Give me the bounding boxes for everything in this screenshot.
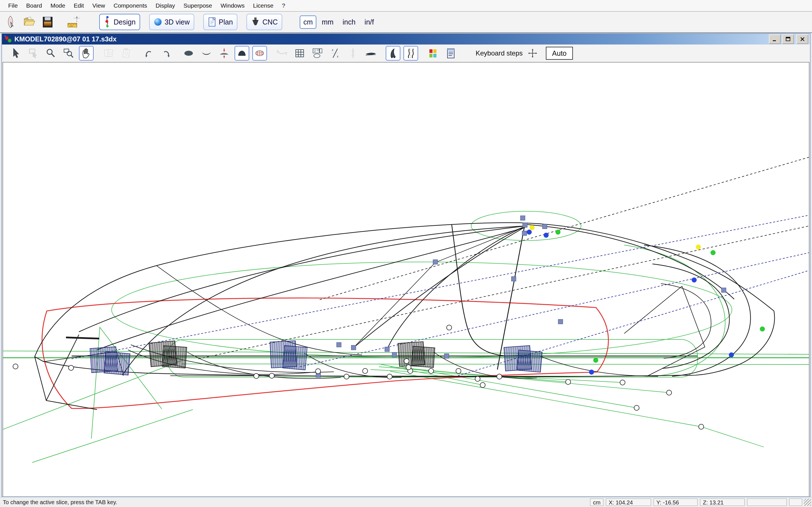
open-folder-icon[interactable] bbox=[21, 14, 37, 30]
board-icon[interactable] bbox=[2, 14, 18, 30]
status-empty-1 bbox=[747, 499, 786, 506]
flip-board-icon[interactable] bbox=[274, 46, 289, 61]
design-view-label: Design bbox=[114, 18, 136, 26]
status-message: To change the active slice, press the TA… bbox=[0, 499, 588, 506]
notes-icon[interactable] bbox=[444, 46, 458, 61]
menu-item[interactable]: License bbox=[249, 2, 277, 9]
menu-item[interactable]: Components bbox=[109, 2, 151, 9]
measurements-icon[interactable] bbox=[310, 46, 325, 61]
cnc-bit-icon bbox=[251, 17, 260, 27]
title-bar[interactable]: KMODEL702890@07 01 17.s3dx bbox=[2, 34, 810, 45]
zoom-icon[interactable] bbox=[43, 46, 58, 61]
plan-view-button[interactable]: Plan bbox=[203, 14, 238, 30]
resize-grip[interactable] bbox=[804, 499, 811, 506]
redo-icon[interactable] bbox=[159, 46, 174, 61]
slice-grid-icon[interactable] bbox=[252, 46, 267, 61]
cut-axis-icon[interactable]: x x bbox=[328, 46, 343, 61]
menu-item[interactable]: Display bbox=[151, 2, 179, 9]
unit-inch[interactable]: inch bbox=[339, 15, 359, 29]
menu-item[interactable]: Mode bbox=[46, 2, 70, 9]
undo-icon[interactable] bbox=[141, 46, 156, 61]
3d-view-button[interactable]: 3D view bbox=[149, 14, 194, 30]
main-toolbar: 1 0 Design 3D view Plan bbox=[0, 11, 812, 33]
status-x: X: 104.24 bbox=[606, 499, 651, 506]
unit-mm[interactable]: mm bbox=[318, 15, 337, 29]
window-controls bbox=[769, 34, 808, 44]
save-icon[interactable] bbox=[40, 14, 56, 30]
control-points[interactable] bbox=[13, 216, 765, 429]
svg-text:x: x bbox=[332, 48, 333, 52]
maximize-button[interactable] bbox=[782, 34, 794, 44]
slice-view-icon[interactable] bbox=[235, 46, 249, 61]
design-canvas[interactable] bbox=[3, 62, 809, 496]
select-arrow-icon[interactable] bbox=[8, 46, 22, 61]
close-button[interactable] bbox=[797, 34, 808, 44]
fin-icon[interactable] bbox=[386, 46, 400, 61]
design-view-button[interactable]: Design bbox=[99, 14, 140, 30]
sphere-icon bbox=[154, 18, 162, 26]
menu-item[interactable]: Windows bbox=[216, 2, 249, 9]
menu-item[interactable]: View bbox=[88, 2, 109, 9]
move-cross-icon bbox=[528, 48, 538, 58]
s-curve-icon[interactable] bbox=[403, 46, 418, 61]
zoom-window-icon[interactable] bbox=[61, 46, 76, 61]
dimensions-icon[interactable]: 1 0 bbox=[65, 14, 82, 30]
menu-item[interactable]: File bbox=[4, 2, 22, 9]
window-app-icon bbox=[4, 35, 12, 43]
menu-item[interactable]: ? bbox=[278, 2, 290, 9]
board-side-icon[interactable] bbox=[363, 46, 378, 61]
menu-item[interactable]: Edit bbox=[69, 2, 88, 9]
auto-button[interactable]: Auto bbox=[546, 47, 573, 60]
cnc-view-label: CNC bbox=[262, 18, 278, 26]
3d-view-label: 3D view bbox=[165, 18, 190, 26]
wireframe-black bbox=[35, 223, 774, 409]
plan-view-label: Plan bbox=[219, 18, 233, 26]
wireframe-green bbox=[3, 211, 809, 462]
status-bar: To change the active slice, press the TA… bbox=[0, 497, 812, 507]
wireframe-dashed bbox=[71, 157, 809, 376]
select-box-icon[interactable] bbox=[26, 46, 40, 61]
colors-icon[interactable] bbox=[426, 46, 441, 61]
status-unit: cm bbox=[590, 499, 603, 506]
close-icon bbox=[800, 37, 805, 42]
rocker-view-icon[interactable] bbox=[199, 46, 214, 61]
svg-text:1 0: 1 0 bbox=[69, 25, 73, 27]
document-window: KMODEL702890@07 01 17.s3dx bbox=[1, 33, 811, 497]
menu-bar: FileBoardModeEditViewComponentsDisplaySu… bbox=[0, 0, 812, 11]
pan-hand-icon[interactable] bbox=[79, 46, 94, 61]
wireframe-drawing bbox=[3, 62, 809, 496]
outline-view-icon[interactable] bbox=[181, 46, 196, 61]
menu-item[interactable]: Superpose bbox=[179, 2, 216, 9]
window-title: KMODEL702890@07 01 17.s3dx bbox=[14, 35, 116, 43]
keyboard-steps-move[interactable] bbox=[528, 48, 538, 58]
cnc-view-button[interactable]: CNC bbox=[246, 14, 282, 30]
copy-slice-icon[interactable] bbox=[101, 46, 116, 61]
design-nodes-icon bbox=[104, 16, 111, 28]
units-group: cm mm inch in/f bbox=[300, 15, 377, 29]
status-empty-2 bbox=[789, 499, 802, 506]
minimize-button[interactable] bbox=[769, 34, 781, 44]
unit-cm[interactable]: cm bbox=[300, 15, 316, 29]
thickness-view-icon[interactable] bbox=[217, 46, 232, 61]
maximize-icon bbox=[785, 37, 791, 42]
edit-toolbar: x x bbox=[2, 45, 810, 62]
unit-inf[interactable]: in/f bbox=[361, 15, 377, 29]
menu-item[interactable]: Board bbox=[22, 2, 46, 9]
paste-slice-icon[interactable] bbox=[119, 46, 134, 61]
axis-icon[interactable] bbox=[346, 46, 360, 61]
grid-icon[interactable] bbox=[292, 46, 307, 61]
status-z: Z: 13.21 bbox=[700, 499, 745, 506]
plan-doc-icon bbox=[208, 17, 216, 27]
status-y: Y: -16.56 bbox=[654, 499, 698, 506]
svg-text:x: x bbox=[337, 55, 338, 58]
minimize-icon bbox=[772, 37, 777, 42]
keyboard-steps-label: Keyboard steps bbox=[476, 49, 523, 57]
